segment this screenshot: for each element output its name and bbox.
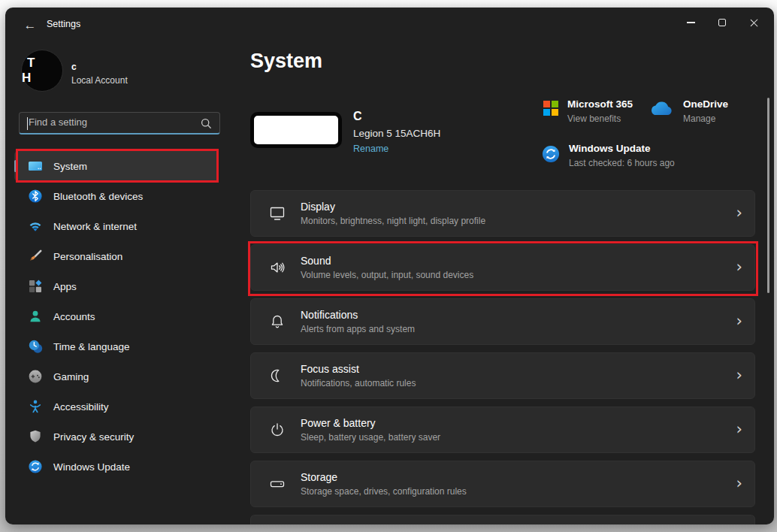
time-language-icon — [28, 339, 43, 354]
sidebar-item-network-internet[interactable]: Network & internet — [14, 211, 219, 241]
focus-assist-icon — [268, 366, 287, 385]
row-notifications[interactable]: Notifications Alerts from apps and syste… — [250, 298, 755, 345]
quick-link-title: Microsoft 365 — [567, 98, 633, 110]
row-sound[interactable]: Sound Volume levels, output, input, soun… — [250, 244, 755, 291]
vertical-scrollbar[interactable] — [767, 98, 769, 293]
windows-update-icon — [28, 459, 43, 474]
row-power-battery[interactable]: Power & battery Sleep, battery usage, ba… — [250, 407, 755, 453]
chevron-right-icon: › — [736, 204, 742, 222]
row-subtitle: Volume levels, output, input, sound devi… — [301, 270, 473, 280]
sidebar: System Bluetooth & devices Network & int… — [14, 151, 222, 482]
sidebar-item-system[interactable]: System — [14, 151, 219, 181]
system-icon — [28, 159, 43, 174]
page-title: System — [250, 50, 322, 73]
notifications-icon — [268, 312, 287, 331]
row-subtitle: Sleep, battery usage, battery saver — [301, 432, 440, 443]
quick-link-subtitle[interactable]: View benefits — [567, 113, 633, 124]
chevron-right-icon: › — [736, 366, 742, 384]
sidebar-item-time-language[interactable]: Time & language — [14, 331, 219, 361]
quick-link-onedrive[interactable]: OneDrive Manage — [649, 98, 728, 124]
row-display[interactable]: Display Monitors, brightness, night ligh… — [250, 190, 755, 237]
onedrive-icon — [649, 101, 674, 124]
quick-link-microsoft-365[interactable]: Microsoft 365 View benefits — [543, 98, 633, 124]
sidebar-item-label: Privacy & security — [53, 431, 134, 443]
sidebar-item-label: Personalisation — [53, 251, 122, 262]
sidebar-item-label: Accessibility — [53, 401, 109, 413]
row-title: Power & battery — [301, 417, 440, 429]
sidebar-item-label: Bluetooth & devices — [53, 191, 143, 202]
quick-link-title: Windows Update — [569, 143, 675, 154]
text-caret — [27, 117, 28, 130]
titlebar: ← Settings — [5, 8, 774, 42]
accessibility-icon — [28, 399, 43, 414]
device-image — [250, 112, 342, 148]
row-subtitle: Alerts from apps and system — [301, 324, 415, 334]
maximize-icon — [718, 19, 726, 26]
search-box — [19, 112, 220, 135]
row-subtitle: Notifications, automatic rules — [301, 378, 416, 388]
row-focus-assist[interactable]: Focus assist Notifications, automatic ru… — [250, 352, 755, 399]
storage-icon — [268, 474, 287, 494]
close-button[interactable] — [738, 11, 769, 35]
sidebar-item-windows-update[interactable]: Windows Update — [14, 452, 219, 482]
row-storage[interactable]: Storage Storage space, drives, configura… — [250, 461, 755, 507]
sidebar-item-accounts[interactable]: Accounts — [14, 301, 219, 331]
row-title: Sound — [301, 255, 473, 267]
device-model: Legion 5 15ACH6H — [353, 128, 440, 139]
row-subtitle: Storage space, drives, configuration rul… — [301, 486, 467, 497]
chevron-right-icon: › — [736, 258, 742, 276]
selection-accent-pill — [14, 160, 17, 172]
chevron-right-icon: › — [736, 474, 742, 492]
device-name: C — [353, 110, 362, 123]
back-arrow-icon: ← — [24, 18, 37, 33]
chevron-right-icon: › — [736, 420, 742, 438]
quick-link-subtitle[interactable]: Manage — [683, 113, 728, 124]
sidebar-item-label: Network & internet — [53, 221, 137, 232]
row-title: Focus assist — [301, 363, 416, 375]
apps-icon — [28, 279, 43, 294]
sidebar-item-gaming[interactable]: Gaming — [14, 361, 219, 391]
minimize-icon — [687, 22, 695, 23]
display-icon — [268, 204, 287, 223]
sidebar-item-privacy-security[interactable]: Privacy & security — [14, 422, 219, 452]
privacy-security-icon — [28, 429, 43, 444]
minimize-button[interactable] — [675, 11, 706, 35]
accounts-icon — [28, 309, 43, 324]
account-name: c — [71, 62, 77, 72]
personalisation-icon — [28, 249, 43, 264]
power-icon — [268, 420, 287, 440]
window-controls — [675, 11, 769, 35]
sidebar-item-label: Time & language — [53, 341, 130, 352]
row-partial-next[interactable] — [250, 515, 755, 524]
quick-link-subtitle: Last checked: 6 hours ago — [569, 158, 675, 168]
windows-update-icon — [542, 145, 560, 168]
microsoft-365-icon — [543, 101, 558, 124]
sidebar-item-personalisation[interactable]: Personalisation — [14, 241, 219, 271]
search-input[interactable] — [20, 113, 219, 133]
search-icon[interactable] — [200, 117, 213, 130]
sidebar-item-bluetooth-devices[interactable]: Bluetooth & devices — [14, 181, 219, 211]
sidebar-item-label: System — [53, 161, 87, 172]
row-subtitle: Monitors, brightness, night light, displ… — [301, 216, 485, 226]
row-title: Notifications — [301, 309, 415, 321]
sidebar-item-label: Apps — [53, 281, 77, 292]
sidebar-item-label: Gaming — [53, 371, 89, 382]
sidebar-item-apps[interactable]: Apps — [14, 271, 219, 301]
close-icon — [749, 18, 759, 28]
account-type: Local Account — [71, 75, 128, 86]
network-icon — [28, 219, 43, 234]
settings-row-list: Display Monitors, brightness, night ligh… — [250, 190, 755, 524]
sidebar-item-label: Accounts — [53, 311, 95, 322]
sidebar-item-accessibility[interactable]: Accessibility — [14, 391, 219, 422]
quick-link-title: OneDrive — [683, 98, 728, 110]
sound-icon — [268, 258, 287, 277]
window-title: Settings — [47, 19, 80, 29]
quick-link-windows-update[interactable]: Windows Update Last checked: 6 hours ago — [542, 143, 675, 168]
maximize-button[interactable] — [706, 11, 738, 35]
row-title: Display — [301, 201, 485, 213]
back-button[interactable]: ← — [17, 15, 43, 36]
rename-link[interactable]: Rename — [353, 144, 388, 154]
gaming-icon — [28, 369, 43, 384]
avatar[interactable]: T H — [21, 50, 63, 92]
desktop: { "colors": { "annotation_red": "#e11d25… — [0, 0, 777, 532]
